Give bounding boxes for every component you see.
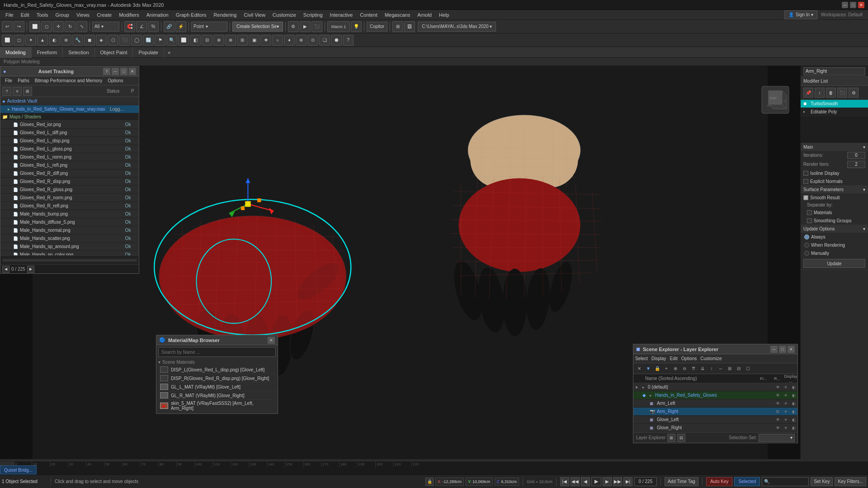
asset-file-row[interactable]: 📄 Gloves_Red_ior.png Ok bbox=[0, 121, 139, 129]
mat-item-1[interactable]: DISP_L(Gloves_Red_L_disp.png) [Glove_Lef… bbox=[158, 366, 276, 374]
anim-play-back-button[interactable]: ◀◀ bbox=[571, 477, 580, 486]
coord-lock-btn[interactable]: 🔒 bbox=[425, 478, 434, 486]
tb2-btn-18[interactable]: ⊟ bbox=[202, 35, 212, 46]
viewport-dropdown[interactable]: Point ▾ bbox=[191, 22, 227, 32]
tb2-btn-27[interactable]: ⊙ bbox=[307, 35, 318, 46]
anim-play-button[interactable]: ▶ bbox=[591, 477, 601, 486]
se-footer-btn1[interactable]: ⊞ bbox=[667, 434, 675, 442]
menu-graph-editors[interactable]: Graph Editors bbox=[172, 10, 210, 20]
mat-search-input[interactable] bbox=[158, 347, 276, 357]
menu-megascans[interactable]: Megascans bbox=[381, 10, 414, 20]
tb2-btn-16[interactable]: ⬜ bbox=[178, 35, 189, 46]
rotate-button[interactable]: ↻ bbox=[65, 21, 75, 32]
render-frame-button[interactable]: 🖼 bbox=[404, 21, 415, 32]
render-setup-button[interactable]: ⚙ bbox=[288, 21, 299, 32]
se-eye-icon-arm-right[interactable]: ⚙ bbox=[774, 408, 781, 415]
se-layer-default[interactable]: ● ▸ 0 (default) 👁 ☀ ◐ bbox=[633, 383, 797, 391]
se-add-button[interactable]: + bbox=[662, 365, 670, 373]
menu-content[interactable]: Content bbox=[356, 10, 381, 20]
anim-next-frame-button[interactable]: ▶ bbox=[603, 477, 612, 486]
asset-file-row[interactable]: 📄 Male_Hands_diffuse_5.png Ok bbox=[0, 218, 139, 226]
asset-file-row[interactable]: 📄 Gloves_Red_L_disp.png Ok bbox=[0, 137, 139, 145]
mat-item-5[interactable]: ▶ skin_5_MAT (VRayFastSSS2) [Arm_Left, A… bbox=[158, 400, 276, 412]
redo-button[interactable]: ↪ bbox=[14, 21, 24, 32]
se-render-icon-hands[interactable]: ☀ bbox=[782, 392, 789, 399]
mod-turbosmooth[interactable]: ◼ TurboSmooth bbox=[801, 100, 868, 108]
smooth-result-checkbox[interactable]: ✓ bbox=[803, 195, 808, 200]
asset-file-row[interactable]: 📄 Gloves_Red_L_norm.png Ok bbox=[0, 153, 139, 161]
select-region-button[interactable]: ◻ bbox=[41, 21, 52, 32]
quixel-bridge-button[interactable]: Quixel Bridg... bbox=[0, 465, 37, 474]
se-filter-button[interactable]: ▼ bbox=[644, 365, 652, 373]
scale-button[interactable]: ⤡ bbox=[76, 21, 87, 32]
tab-selection[interactable]: Selection bbox=[63, 47, 94, 58]
anim-key-next-button[interactable]: ▶| bbox=[623, 477, 632, 486]
always-radio[interactable] bbox=[804, 235, 809, 239]
search-input[interactable] bbox=[770, 479, 807, 484]
link-button[interactable]: 🔗 bbox=[164, 21, 175, 32]
manually-radio[interactable] bbox=[804, 251, 809, 256]
minimize-button[interactable]: ─ bbox=[842, 2, 848, 8]
mat-item-2[interactable]: DISP_R(Gloves_Red_R_disp.png) [Glove_Rig… bbox=[158, 374, 276, 383]
se-tb-btn7[interactable]: ⇈ bbox=[689, 365, 698, 373]
panel-help-button[interactable]: ? bbox=[103, 68, 110, 75]
undo-button[interactable]: ↩ bbox=[2, 21, 13, 32]
se-display-icon-glove-left[interactable]: ◐ bbox=[790, 416, 797, 423]
se-display-icon-hands[interactable]: ◐ bbox=[790, 392, 797, 399]
render-button[interactable]: ▶ bbox=[300, 21, 311, 32]
maximize-button[interactable]: □ bbox=[850, 2, 856, 8]
snap-toggle-button[interactable]: 🧲 bbox=[124, 21, 135, 32]
panel-restore-button[interactable]: □ bbox=[120, 68, 127, 75]
asset-menu-options[interactable]: Options bbox=[105, 78, 126, 83]
se-tb-btn10[interactable]: ↔ bbox=[717, 365, 725, 373]
reference-coord-dropdown[interactable]: All ▾ bbox=[92, 22, 119, 32]
asset-file-row[interactable]: 📄 Gloves_Red_R_refl.png Ok bbox=[0, 202, 139, 210]
se-tb-btn9[interactable]: ↕ bbox=[708, 365, 716, 373]
se-eye-icon-hands[interactable]: 👁 bbox=[774, 392, 781, 399]
asset-menu-bitmap-perf[interactable]: Bitmap Performance and Memory bbox=[32, 78, 105, 83]
se-eye-icon-0[interactable]: 👁 bbox=[774, 384, 781, 391]
se-tb-btn6[interactable]: ⊖ bbox=[680, 365, 689, 373]
tb2-btn-14[interactable]: ⚑ bbox=[155, 35, 165, 46]
material-editor-button[interactable]: ⬛ bbox=[311, 21, 322, 32]
update-button[interactable]: Update bbox=[803, 259, 865, 268]
asset-file-row[interactable]: 📄 Male_Hands_scatter.png Ok bbox=[0, 235, 139, 243]
mod-options-button[interactable]: ⚙ bbox=[849, 88, 859, 98]
se-menu-customize[interactable]: Customize bbox=[700, 356, 722, 361]
asset-file-row[interactable]: 📄 Gloves_Red_L_refl.png Ok bbox=[0, 161, 139, 169]
scene-explorer-restore-button[interactable]: □ bbox=[779, 346, 786, 353]
tb2-btn-6[interactable]: ⊕ bbox=[61, 35, 71, 46]
se-object-arm-left[interactable]: ◼ Arm_Left 👁 ☀ ◐ bbox=[633, 399, 797, 408]
time-prev-button[interactable]: ◀ bbox=[2, 266, 9, 273]
tab-populate[interactable]: Populate bbox=[133, 47, 164, 58]
tb2-btn-26[interactable]: ⊗ bbox=[296, 35, 307, 46]
menu-animation[interactable]: Animation bbox=[143, 10, 172, 20]
autokey-button[interactable]: Auto Key bbox=[706, 477, 733, 486]
main-file-row[interactable]: ▸ Hands_in_Red_Safety_Gloves_max_vray.ma… bbox=[0, 105, 139, 113]
tb2-btn-2[interactable]: ◻ bbox=[14, 35, 24, 46]
se-tb-btn8[interactable]: ⇊ bbox=[698, 365, 707, 373]
se-render-icon-glove-right[interactable]: ☀ bbox=[782, 424, 789, 432]
tb2-btn-21[interactable]: ⊞ bbox=[237, 35, 248, 46]
menu-views[interactable]: Views bbox=[73, 10, 93, 20]
menu-tools[interactable]: Tools bbox=[33, 10, 52, 20]
tb2-btn-28[interactable]: ❏ bbox=[319, 35, 330, 46]
se-display-icon-0[interactable]: ◐ bbox=[790, 384, 797, 391]
isoline-checkbox[interactable] bbox=[803, 171, 808, 176]
macro1-button[interactable]: Macro 1 bbox=[327, 21, 350, 32]
mod-iterations-value[interactable]: 0 bbox=[847, 152, 865, 159]
mod-move-button[interactable]: ↕ bbox=[815, 88, 825, 98]
tb2-btn-24[interactable]: ⟐ bbox=[272, 35, 283, 46]
panel-minimize-button[interactable]: ─ bbox=[112, 68, 119, 75]
asset-file-row[interactable]: 📄 Male_Hands_sp_color.png Ok bbox=[0, 251, 139, 255]
time-next-button[interactable]: ▶ bbox=[27, 266, 34, 273]
tab-modeling[interactable]: Modeling bbox=[0, 47, 32, 58]
se-eye-icon-arm-left[interactable]: 👁 bbox=[774, 400, 781, 407]
mat-section-header[interactable]: ▾ Scene Materials bbox=[158, 359, 276, 366]
se-menu-display[interactable]: Display bbox=[651, 356, 666, 361]
asset-tb-btn2[interactable]: ≡ bbox=[13, 87, 22, 96]
tb2-btn-15[interactable]: 🔍 bbox=[166, 35, 177, 46]
se-tb-btn5[interactable]: ⊕ bbox=[671, 365, 679, 373]
asset-menu-paths[interactable]: Paths bbox=[15, 78, 32, 83]
scrollbar-track[interactable] bbox=[2, 259, 137, 262]
